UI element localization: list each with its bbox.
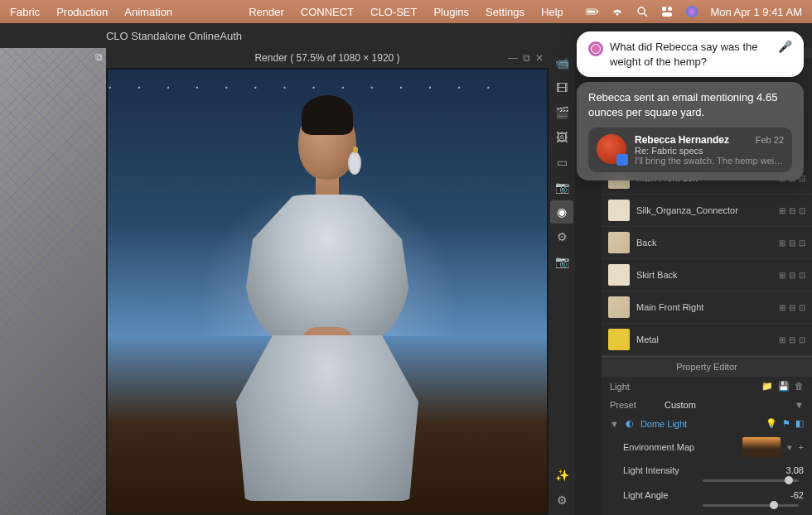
cube-icon[interactable]: ◧	[795, 418, 804, 429]
copy-icon[interactable]: ⊡	[799, 206, 805, 215]
render-panel: Render ( 57.5% of 1080 × 1920 ) — ⧉ ✕	[106, 48, 549, 515]
expand-icon[interactable]: ▼	[610, 419, 619, 429]
object-swatch	[608, 264, 630, 286]
preset-label: Preset	[610, 400, 658, 410]
object-swatch	[608, 296, 630, 318]
tool-camera-icon[interactable]: 📹	[550, 51, 573, 75]
figure-hair	[302, 95, 353, 135]
siri-query-text: What did Rebecca say was the weight of t…	[610, 40, 771, 69]
wireframe-viewport[interactable]	[0, 48, 106, 515]
grid-icon[interactable]: ⊟	[789, 271, 795, 280]
menu-render[interactable]: Render	[249, 6, 284, 18]
siri-email-result[interactable]: Rebecca Hernandez Feb 22 Re: Fabric spec…	[588, 128, 792, 172]
env-map-thumbnail[interactable]	[742, 437, 781, 457]
light-label: Light	[610, 382, 658, 392]
siri-icon[interactable]	[685, 5, 698, 18]
add-icon[interactable]: ⊞	[779, 206, 785, 215]
svg-point-8	[686, 6, 698, 17]
intensity-slider[interactable]	[703, 479, 799, 482]
dome-light-icon: ◐	[626, 418, 634, 429]
email-preview: I'll bring the swatch. The hemp weighs..…	[635, 156, 784, 166]
copy-icon[interactable]: ⊡	[799, 238, 805, 248]
minimize-icon[interactable]: —	[508, 52, 518, 64]
wifi-icon[interactable]	[611, 5, 624, 18]
object-item[interactable]: Back ⊞⊟⊡	[602, 227, 812, 259]
intensity-value[interactable]: 3.08	[774, 465, 804, 475]
dress-top	[244, 195, 410, 344]
tool-settings-icon[interactable]: ⚙	[550, 489, 573, 512]
menu-connect[interactable]: CONNECT	[301, 6, 354, 18]
menu-plugins[interactable]: Plugins	[433, 6, 469, 18]
object-item[interactable]: Main Front Right ⊞⊟⊡	[602, 291, 812, 324]
popout-icon[interactable]: ⧉	[95, 51, 103, 63]
tool-clapper-icon[interactable]: 🎬	[550, 101, 573, 124]
battery-icon[interactable]	[586, 5, 599, 18]
bulb-icon[interactable]: 💡	[766, 418, 777, 429]
object-item[interactable]: Skirt Back ⊞⊟⊡	[602, 259, 812, 291]
render-viewport[interactable]	[108, 70, 547, 513]
tool-snapshot-icon[interactable]: ◉	[550, 200, 573, 224]
grid-icon[interactable]: ⊟	[789, 335, 795, 344]
folder-icon[interactable]: 📁	[761, 381, 773, 392]
flag-icon[interactable]: ⚑	[782, 418, 790, 429]
tool-film-icon[interactable]: 🎞	[550, 76, 573, 99]
menu-settings[interactable]: Settings	[486, 6, 524, 18]
add-icon[interactable]: ⊞	[779, 238, 785, 248]
render-toolbar: 📹 🎞 🎬 🖼 ▭ 📷 ◉ ⚙ 📷 ✨ ⚙	[549, 48, 575, 515]
env-map-add-icon[interactable]: +	[799, 442, 804, 452]
svg-point-3	[638, 7, 645, 14]
angle-slider[interactable]	[703, 504, 799, 507]
menubar-center: Render CONNECT CLO-SET Plugins Settings …	[249, 6, 563, 18]
add-icon[interactable]: ⊞	[779, 335, 785, 344]
copy-icon[interactable]: ⊡	[799, 303, 805, 312]
app-menubar: Fabric Production Animation Render CONNE…	[0, 0, 812, 23]
email-date: Feb 22	[756, 135, 784, 145]
spotlight-icon[interactable]	[636, 5, 649, 18]
grid-icon[interactable]: ⊟	[789, 238, 795, 248]
render-figure	[211, 105, 443, 496]
close-icon[interactable]: ✕	[535, 52, 544, 64]
tool-frame-icon[interactable]: ▭	[550, 151, 573, 174]
angle-value[interactable]: -62	[774, 490, 804, 500]
siri-query-bubble[interactable]: What did Rebecca say was the weight of t…	[577, 31, 804, 77]
menu-production[interactable]: Production	[56, 6, 108, 18]
object-item[interactable]: Silk_Organza_Connector ⊞⊟⊡	[602, 195, 812, 227]
angle-label: Light Angle	[623, 490, 698, 500]
chevron-down-icon[interactable]: ▼	[795, 400, 804, 410]
menubar-datetime[interactable]: Mon Apr 1 9:41 AM	[710, 6, 802, 18]
preset-dropdown[interactable]: Custom	[665, 400, 788, 410]
control-center-icon[interactable]	[660, 5, 674, 18]
add-icon[interactable]: ⊞	[779, 271, 785, 280]
copy-icon[interactable]: ⊡	[799, 335, 805, 344]
figure-earring	[348, 152, 361, 175]
svg-rect-5	[662, 7, 666, 11]
menu-help[interactable]: Help	[541, 6, 563, 18]
grid-icon[interactable]: ⊟	[789, 303, 795, 312]
wireframe-panel[interactable]: ⧉	[0, 48, 106, 515]
siri-response-text: Rebecca sent an email mentioning 4.65 ou…	[588, 90, 792, 119]
microphone-icon[interactable]: 🎤	[778, 40, 792, 53]
menu-fabric[interactable]: Fabric	[10, 6, 40, 18]
add-icon[interactable]: ⊞	[779, 303, 785, 312]
intensity-label: Light Intensity	[623, 465, 698, 475]
tool-gear-icon[interactable]: ⚙	[550, 225, 573, 248]
svg-rect-2	[597, 10, 599, 12]
tool-wand-icon[interactable]: ✨	[550, 464, 573, 487]
object-swatch	[608, 232, 630, 253]
save-icon[interactable]: 💾	[778, 381, 790, 392]
tool-camera2-icon[interactable]: 📷	[550, 250, 573, 273]
object-item[interactable]: Metal ⊞⊟⊡	[602, 324, 812, 356]
object-swatch	[608, 329, 630, 350]
copy-icon[interactable]: ⊡	[799, 271, 805, 280]
menu-closet[interactable]: CLO-SET	[370, 6, 417, 18]
tool-photo-icon[interactable]: 📷	[550, 176, 573, 199]
svg-rect-7	[662, 12, 672, 17]
tool-image-icon[interactable]: 🖼	[550, 126, 573, 149]
grid-icon[interactable]: ⊟	[789, 206, 795, 215]
dome-light-item[interactable]: Dome Light	[640, 419, 759, 429]
render-title: Render ( 57.5% of 1080 × 1920 )	[254, 52, 399, 64]
menu-animation[interactable]: Animation	[124, 6, 172, 18]
trash-icon[interactable]: 🗑	[795, 381, 804, 392]
popout-render-icon[interactable]: ⧉	[523, 52, 530, 64]
env-map-dropdown-icon[interactable]: ▾	[787, 442, 792, 453]
